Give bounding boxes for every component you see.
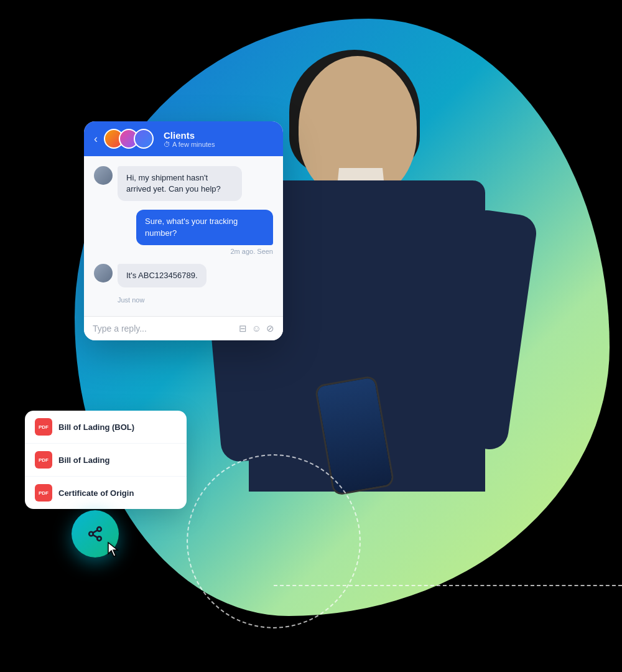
dashed-circle-decoration [187, 454, 361, 628]
message-meta-3: Just now [118, 296, 273, 304]
paperclip-icon[interactable]: ⊘ [266, 323, 274, 334]
cursor [106, 541, 121, 561]
emoji-icon[interactable]: ☺ [252, 323, 261, 334]
message-row-1: Hi, my shipment hasn't arrived yet. Can … [94, 166, 273, 201]
document-name-3: Certificate of Origin [58, 488, 134, 498]
reply-input-placeholder[interactable]: Type a reply... [93, 324, 239, 334]
message-row-3: It's ABC123456789. [94, 264, 273, 287]
clock-icon: ⏱ [164, 141, 170, 148]
document-item-2[interactable]: PDF Bill of Lading [25, 444, 187, 477]
chat-status: ⏱ A few minutes [164, 141, 215, 148]
documents-widget: PDF Bill of Lading (BOL) PDF Bill of Lad… [25, 411, 187, 509]
message-meta-2: 2m ago. Seen [94, 248, 273, 255]
document-item-1[interactable]: PDF Bill of Lading (BOL) [25, 411, 187, 444]
svg-line-3 [93, 535, 97, 538]
pdf-icon-1: PDF [35, 418, 52, 436]
pdf-icon-2: PDF [35, 451, 52, 469]
document-item-3[interactable]: PDF Certificate of Origin [25, 477, 187, 509]
chat-input-area[interactable]: Type a reply... ⊟ ☺ ⊘ [84, 316, 283, 340]
svg-line-4 [93, 530, 97, 533]
message-bubble-1: Hi, my shipment hasn't arrived yet. Can … [118, 166, 242, 201]
message-bubble-2: Sure, what's your tracking number? [136, 210, 273, 245]
avatar-3 [134, 129, 154, 149]
chat-title-area: Clients ⏱ A few minutes [164, 130, 215, 148]
chat-input-icons: ⊟ ☺ ⊘ [239, 323, 274, 334]
sender-avatar-1 [94, 166, 113, 185]
document-name-2: Bill of Lading [58, 455, 109, 465]
back-button[interactable]: ‹ [94, 133, 98, 146]
avatar-group [104, 129, 154, 149]
attachment-icon[interactable]: ⊟ [239, 323, 247, 334]
dashed-line-decoration [274, 585, 622, 586]
chat-header: ‹ Clients ⏱ A few minutes [84, 121, 283, 156]
sender-avatar-3 [94, 264, 113, 282]
document-name-1: Bill of Lading (BOL) [58, 422, 134, 432]
message-row-2: Sure, what's your tracking number? [94, 210, 273, 245]
chat-title: Clients [164, 130, 215, 141]
share-icon [87, 526, 103, 542]
pdf-icon-3: PDF [35, 484, 52, 502]
chat-body: Hi, my shipment hasn't arrived yet. Can … [84, 156, 283, 316]
chat-widget: ‹ Clients ⏱ A few minutes Hi, my shipmen… [84, 121, 283, 340]
message-bubble-3: It's ABC123456789. [118, 264, 207, 287]
